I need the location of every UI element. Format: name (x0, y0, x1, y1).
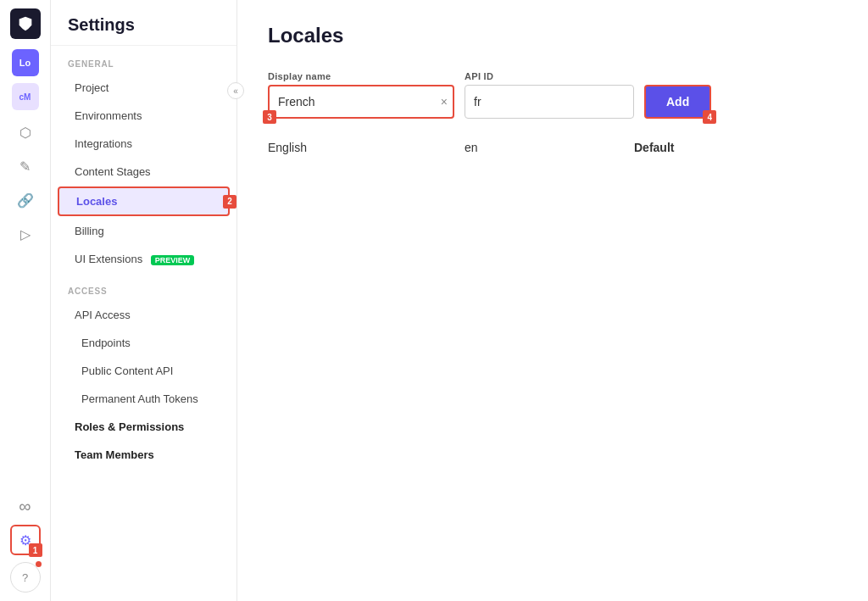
sidebar-item-content-stages[interactable]: Content Stages (58, 159, 230, 185)
link-icon[interactable]: 🔗 (10, 185, 41, 215)
preview-badge: PREVIEW (151, 255, 195, 265)
display-name-field: Display name × 3 (268, 71, 454, 119)
sidebar-title: Settings (51, 0, 236, 46)
sidebar-item-public-content-api[interactable]: Public Content API (58, 358, 230, 384)
sidebar-item-environments[interactable]: Environments (58, 103, 230, 129)
app-logo (10, 8, 41, 39)
avatar-sub[interactable]: cM (12, 83, 39, 110)
display-name-annotation: 3 (263, 110, 276, 124)
table-row: English en Default (268, 132, 776, 163)
settings-annotation: 1 (29, 543, 42, 557)
avatar-top[interactable]: Lo (12, 49, 39, 76)
sidebar-item-roles-permissions[interactable]: Roles & Permissions (58, 414, 230, 440)
clear-display-name-button[interactable]: × (441, 96, 448, 108)
access-section-label: ACCESS (51, 273, 236, 301)
add-button-annotation: 4 (703, 110, 716, 124)
api-id-label: API ID (465, 71, 634, 81)
main-content: Locales Display name × 3 API ID Add 4 En… (237, 0, 868, 601)
general-section-label: GENERAL (51, 46, 236, 74)
locale-default-label: Default (624, 132, 776, 163)
sidebar-item-project[interactable]: Project (58, 75, 230, 101)
sidebar-item-team-members[interactable]: Team Members (58, 442, 230, 468)
sidebar-item-permanent-auth-tokens[interactable]: Permanent Auth Tokens (58, 386, 230, 412)
settings-icon[interactable]: ⚙ 1 (10, 525, 41, 555)
help-icon[interactable]: ? (10, 562, 41, 593)
play-icon[interactable]: ▷ (10, 219, 41, 249)
sidebar: Settings GENERAL Project Environments In… (51, 0, 237, 601)
api-id-input[interactable] (465, 85, 634, 119)
layers-icon[interactable]: ⬡ (10, 117, 41, 147)
sidebar-item-endpoints[interactable]: Endpoints (58, 330, 230, 356)
collapse-sidebar-button[interactable]: « (227, 82, 244, 99)
display-name-input-wrapper: × 3 (268, 85, 454, 119)
display-name-label: Display name (268, 71, 454, 81)
locale-display-name: English (268, 132, 454, 163)
sidebar-item-ui-extensions[interactable]: UI Extensions PREVIEW (58, 246, 230, 272)
add-locale-button[interactable]: Add (644, 85, 711, 119)
sidebar-item-locales[interactable]: Locales 2 (58, 186, 230, 216)
integrations-icon[interactable]: ∞ (10, 491, 41, 521)
add-button-wrapper: Add 4 (644, 85, 711, 119)
locale-form: Display name × 3 API ID Add 4 (268, 71, 837, 119)
logo-icon (16, 14, 35, 33)
display-name-input[interactable] (268, 85, 454, 119)
page-title: Locales (268, 24, 837, 47)
help-badge (36, 561, 42, 567)
api-id-field: API ID (465, 71, 634, 119)
sidebar-item-api-access[interactable]: API Access (58, 302, 230, 328)
locales-annotation: 2 (223, 195, 236, 209)
sidebar-item-integrations[interactable]: Integrations (58, 131, 230, 157)
edit-icon[interactable]: ✎ (10, 151, 41, 181)
sidebar-item-billing[interactable]: Billing (58, 218, 230, 244)
icon-rail: Lo cM ⬡ ✎ 🔗 ▷ ∞ ⚙ 1 ? (0, 0, 51, 601)
locale-api-id: en (454, 132, 624, 163)
locales-table: English en Default (268, 132, 776, 163)
